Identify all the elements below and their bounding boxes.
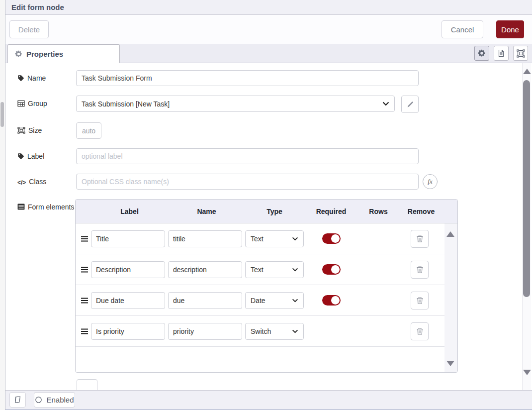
table-scrollbar[interactable] [444,223,457,372]
scrollbar-thumb[interactable] [523,80,530,297]
form-elements-header: LabelNameTypeRequiredRowsRemove [76,200,457,223]
chevron-down-icon [292,237,298,241]
object-group-icon [517,49,525,58]
element-label-input[interactable] [91,323,165,340]
element-name-input[interactable] [168,230,242,247]
class-field-label: </> Class [17,174,76,190]
chevron-down-icon [292,268,298,272]
cancel-button[interactable]: Cancel [442,20,483,38]
chevron-down-icon [382,102,389,106]
group-field-label: Group [17,96,76,113]
element-name-input[interactable] [168,261,242,278]
object-group-icon [17,127,25,134]
document-icon [497,49,505,57]
properties-panel: Name Group Task Submission [New Task] [5,63,532,390]
column-header-label: Label [91,207,168,215]
form-element-row: Switch [76,316,444,347]
drag-handle-icon[interactable] [81,266,89,273]
column-header-required: Required [304,207,358,215]
trash-icon [416,327,424,335]
tab-properties[interactable]: Properties [7,44,120,63]
delete-element-button[interactable] [411,261,429,279]
description-tab-button[interactable] [494,46,509,61]
group-field-row: Group Task Submission [New Task] [17,96,532,113]
label-field-label: Label [17,148,76,164]
delete-element-button[interactable] [411,322,429,340]
trash-icon [416,266,424,274]
code-icon: </> [17,178,26,188]
element-label-input[interactable] [91,230,165,247]
delete-button[interactable]: Delete [9,20,49,38]
element-name-input[interactable] [168,292,242,309]
enabled-label: Enabled [46,396,74,404]
form-elements-table: LabelNameTypeRequiredRowsRemove Text [75,199,458,373]
form-element-row: Text [76,254,444,285]
dialog-header: Edit form node [5,0,532,15]
properties-tab-button[interactable] [474,46,489,61]
element-type-select[interactable]: Text [245,261,304,278]
list-box-icon [17,204,25,210]
gear-icon [15,50,22,58]
required-toggle[interactable] [322,295,341,306]
chevron-down-icon [292,299,298,303]
name-field-row: Name [17,70,532,86]
dialog-footer: Enabled [5,390,532,410]
edit-form-node-dialog: Edit form node Delete Cancel Done Proper… [5,0,532,410]
size-field-row: Size auto [17,122,532,139]
appearance-tab-button[interactable] [513,46,528,61]
name-input[interactable] [76,70,419,86]
required-toggle[interactable] [322,233,341,244]
scroll-down-icon[interactable] [446,361,454,366]
delete-element-button[interactable] [411,292,429,309]
dialog-title: Edit form node [11,3,64,11]
done-button[interactable]: Done [496,20,524,38]
trash-icon [416,235,424,243]
tray-resize-strip[interactable] [0,0,5,410]
form-elements-field-row: Form elements LabelNameTypeRequiredRowsR… [17,199,532,373]
drag-handle-icon[interactable] [81,235,89,242]
gear-icon [478,49,486,57]
element-type-select[interactable]: Date [245,292,304,309]
label-field-row: Label [17,148,532,164]
form-elements-label: Form elements [17,199,75,373]
element-label-input[interactable] [91,261,165,278]
column-header-type: Type [245,207,304,215]
tab-properties-label: Properties [26,50,63,58]
tab-action-buttons [474,46,528,61]
name-field-label: Name [17,70,76,86]
form-element-row: Date [76,285,444,316]
drag-handle-icon[interactable] [81,297,89,304]
fx-icon[interactable]: fx [423,174,438,189]
tray-resize-handle[interactable] [0,102,4,127]
delete-element-button[interactable] [411,230,429,248]
element-type-select[interactable]: Switch [245,323,304,340]
size-button[interactable]: auto [76,122,101,139]
table-icon [17,100,25,107]
enabled-toggle-button[interactable]: Enabled [34,392,75,408]
pencil-icon [407,101,414,108]
scroll-up-icon[interactable] [523,69,531,74]
element-type-select[interactable]: Text [245,230,304,247]
column-header-remove: Remove [398,207,444,215]
main-scrollbar[interactable] [522,63,531,390]
required-toggle[interactable] [322,264,341,275]
edit-group-button[interactable] [401,96,419,113]
drag-handle-icon[interactable] [81,328,89,335]
group-select[interactable]: Task Submission [New Task] [76,96,395,112]
tag-icon [17,75,24,82]
form-element-row: Text [76,223,444,254]
node-info-button[interactable] [9,392,26,408]
element-name-input[interactable] [168,323,242,340]
add-element-button[interactable] [77,379,97,390]
form-elements-rows: Text Text [76,223,444,372]
circle-icon [35,396,42,404]
class-input[interactable] [76,174,419,190]
label-input[interactable] [76,148,419,164]
scroll-up-icon[interactable] [446,231,454,237]
column-header-name: Name [168,207,245,215]
element-label-input[interactable] [91,292,165,309]
scroll-down-icon[interactable] [523,370,531,375]
trash-icon [416,297,424,305]
tag-icon [17,153,24,160]
chevron-down-icon [292,329,298,333]
